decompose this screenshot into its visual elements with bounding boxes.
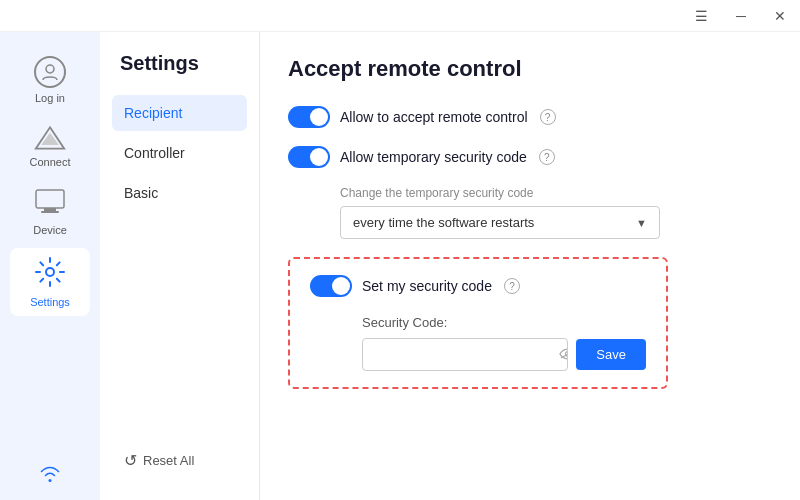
sidebar: Log in Connect Device — [0, 32, 100, 500]
set-security-code-label: Set my security code — [362, 278, 492, 294]
set-security-code-row: Set my security code ? — [310, 275, 646, 297]
title-bar: ☰ ─ ✕ — [0, 0, 800, 32]
eye-icon[interactable] — [551, 347, 568, 363]
minimize-button[interactable]: ─ — [730, 7, 752, 25]
sidebar-device-label: Device — [33, 224, 67, 236]
allow-accept-label: Allow to accept remote control — [340, 109, 528, 125]
wifi-icon — [39, 465, 61, 488]
page-title: Accept remote control — [288, 56, 772, 82]
save-button[interactable]: Save — [576, 339, 646, 370]
chevron-down-icon: ▼ — [636, 217, 647, 229]
svg-point-6 — [46, 268, 54, 276]
allow-temp-code-help-icon[interactable]: ? — [539, 149, 555, 165]
reset-label: Reset All — [143, 453, 194, 468]
dropdown-section: Change the temporary security code every… — [340, 186, 772, 239]
allow-temp-code-row: Allow temporary security code ? — [288, 146, 772, 168]
security-input-row: Save — [362, 338, 646, 371]
menu-icon-btn[interactable]: ☰ — [689, 7, 714, 25]
sidebar-connect-label: Connect — [30, 156, 71, 168]
app-body: Log in Connect Device — [0, 32, 800, 500]
sidebar-item-device[interactable]: Device — [10, 180, 90, 244]
settings-title: Settings — [112, 52, 247, 75]
security-code-box: Set my security code ? Security Code: — [288, 257, 668, 389]
login-icon — [34, 56, 66, 88]
sidebar-item-login[interactable]: Log in — [10, 48, 90, 112]
sidebar-settings-label: Settings — [30, 296, 70, 308]
svg-rect-5 — [41, 211, 59, 213]
nav-item-basic[interactable]: Basic — [112, 175, 247, 211]
temp-code-dropdown[interactable]: every time the software restarts ▼ — [340, 206, 660, 239]
close-button[interactable]: ✕ — [768, 7, 792, 25]
allow-temp-code-toggle[interactable] — [288, 146, 330, 168]
nav-item-recipient[interactable]: Recipient — [112, 95, 247, 131]
settings-icon — [34, 256, 66, 292]
svg-rect-3 — [36, 190, 64, 208]
set-security-code-help-icon[interactable]: ? — [504, 278, 520, 294]
reset-all-button[interactable]: ↺ Reset All — [112, 441, 247, 480]
sidebar-login-label: Log in — [35, 92, 65, 104]
sidebar-item-settings[interactable]: Settings — [10, 248, 90, 316]
nav-panel: Settings Recipient Controller Basic ↺ Re… — [100, 32, 260, 500]
dropdown-selected-value: every time the software restarts — [353, 215, 534, 230]
allow-accept-help-icon[interactable]: ? — [540, 109, 556, 125]
set-security-code-toggle[interactable] — [310, 275, 352, 297]
svg-rect-4 — [44, 208, 56, 211]
allow-temp-code-label: Allow temporary security code — [340, 149, 527, 165]
allow-accept-row: Allow to accept remote control ? — [288, 106, 772, 128]
sidebar-item-connect[interactable]: Connect — [10, 116, 90, 176]
allow-accept-toggle[interactable] — [288, 106, 330, 128]
content-area: Accept remote control Allow to accept re… — [260, 32, 800, 500]
device-icon — [34, 188, 66, 220]
reset-icon: ↺ — [124, 451, 137, 470]
svg-point-0 — [46, 65, 54, 73]
svg-marker-2 — [41, 133, 59, 145]
security-code-input[interactable] — [363, 339, 551, 370]
security-input-wrap — [362, 338, 568, 371]
nav-item-controller[interactable]: Controller — [112, 135, 247, 171]
security-code-label: Security Code: — [362, 315, 646, 330]
connect-icon — [34, 124, 66, 152]
dropdown-label: Change the temporary security code — [340, 186, 772, 200]
